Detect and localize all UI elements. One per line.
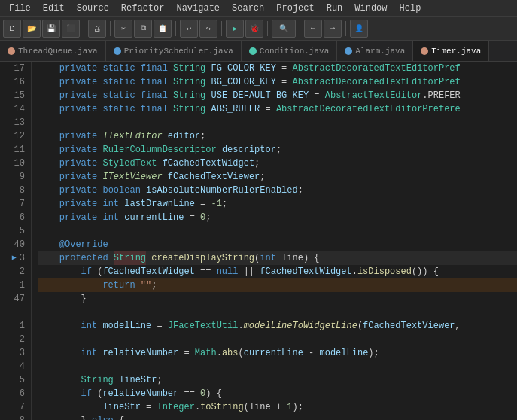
editor-area: 17 16 15 14 13 12 11 10 9 8 7 6 5 40 ▶ 3… [0, 62, 517, 420]
code-line-empty3 [38, 333, 517, 346]
line-num-8b: 8 [3, 414, 25, 420]
line-num-5: 5 [3, 224, 25, 238]
line-num-47: 47 [3, 292, 25, 306]
code-line-lineStr-decl: String lineStr; [38, 373, 517, 387]
toolbar-run-btn[interactable]: ▶ [226, 20, 244, 38]
code-line-empty2 [38, 306, 517, 319]
line-num-9: 9 [3, 170, 25, 184]
toolbar-undo-btn[interactable]: ↩ [180, 20, 198, 38]
menu-run[interactable]: Run [321, 2, 349, 15]
menu-source[interactable]: Source [71, 2, 115, 15]
toolbar-sep-7 [345, 21, 346, 36]
line-num-7: 7 [3, 197, 25, 211]
line-num-empty1 [3, 306, 25, 319]
line-num-15: 15 [3, 89, 25, 102]
line-num-6b: 6 [3, 387, 25, 400]
menu-edit[interactable]: Edit [37, 2, 71, 15]
menu-refactor[interactable]: Refactor [115, 2, 171, 15]
tab-icon-priority-scheduler [114, 47, 121, 55]
toolbar-sep-3 [175, 21, 176, 36]
code-line-else: } else { [38, 414, 517, 420]
line-number-gutter: 17 16 15 14 13 12 11 10 9 8 7 6 5 40 ▶ 3… [0, 62, 32, 420]
line-num-11: 11 [3, 143, 25, 157]
code-line-3: protected String createDisplayString(int… [38, 251, 517, 265]
code-line-8: private boolean isAbsoluteNumberRulerEna… [38, 184, 517, 197]
toolbar-sep-4 [221, 21, 222, 36]
code-line-9: private ITextViewer fCachedTextViewer; [38, 170, 517, 184]
tab-timer[interactable]: Timer.java [413, 41, 489, 61]
menu-navigate[interactable]: Navigate [170, 2, 226, 15]
code-line-17: private static final String FG_COLOR_KEY… [38, 62, 517, 75]
code-line-5 [38, 224, 517, 238]
code-line-7: private int lastDrawnLine = -1; [38, 197, 517, 211]
line-num-1a: 1 [3, 278, 25, 292]
tab-label-condition: Condition.java [260, 47, 329, 56]
code-line-11: private RulerColumnDescriptor descriptor… [38, 143, 517, 157]
line-num-12: 12 [3, 129, 25, 143]
tab-label-alarm: Alarm.java [355, 47, 405, 56]
line-num-4b: 4 [3, 360, 25, 373]
line-num-7b: 7 [3, 400, 25, 414]
menu-search[interactable]: Search [226, 2, 270, 15]
tab-label-thread-queue: ThreadQueue.java [18, 47, 98, 56]
toolbar-paste-btn[interactable]: 📋 [154, 20, 172, 38]
toolbar-saveall-btn[interactable]: ⬛ [62, 20, 80, 38]
code-line-15: private static final String USE_DEFAULT_… [38, 89, 517, 102]
menu-file[interactable]: File [3, 2, 37, 15]
code-line-6: private int currentLine = 0; [38, 211, 517, 224]
toolbar-sep-2 [110, 21, 111, 36]
toolbar-sep-6 [300, 21, 300, 36]
line-num-10: 10 [3, 157, 25, 170]
toolbar-search-btn[interactable]: 🔍 [272, 20, 296, 38]
code-line-if-rel: if (relativeNumber == 0) { [38, 387, 517, 400]
toolbar-nav2-btn[interactable]: → [324, 20, 342, 38]
tab-icon-thread-queue [8, 47, 15, 55]
breakpoint-arrow: ▶ [12, 251, 17, 265]
code-line-16: private static final String BG_COLOR_KEY… [38, 75, 517, 89]
code-line-13 [38, 116, 517, 129]
line-num-14: 14 [3, 102, 25, 116]
tab-condition[interactable]: Condition.java [242, 41, 337, 61]
code-area[interactable]: private static final String FG_COLOR_KEY… [32, 62, 517, 420]
line-num-1b: 1 [3, 319, 25, 333]
code-line-10: private StyledText fCachedTextWidget; [38, 157, 517, 170]
menu-window[interactable]: Window [348, 2, 393, 15]
code-line-empty4 [38, 360, 517, 373]
toolbar-sep-5 [267, 21, 268, 36]
line-num-40: 40 [3, 238, 25, 251]
tab-alarm[interactable]: Alarm.java [337, 41, 413, 61]
code-line-47: } [38, 292, 517, 306]
toolbar-redo-btn[interactable]: ↪ [199, 20, 217, 38]
toolbar-open-btn[interactable]: 📂 [23, 20, 41, 38]
line-num-6: 6 [3, 211, 25, 224]
tab-icon-alarm [345, 47, 352, 55]
toolbar-profile-btn[interactable]: 👤 [350, 20, 368, 38]
line-num-13: 13 [3, 116, 25, 129]
toolbar-debug-btn[interactable]: 🐞 [245, 20, 263, 38]
line-num-3a: ▶ 3 [3, 251, 25, 265]
line-num-8: 8 [3, 184, 25, 197]
toolbar-copy-btn[interactable]: ⧉ [134, 20, 152, 38]
tab-priority-scheduler[interactable]: PriorityScheduler.java [106, 41, 242, 61]
toolbar-save-btn[interactable]: 💾 [42, 20, 60, 38]
toolbar-print-btn[interactable]: 🖨 [88, 20, 106, 38]
toolbar-nav1-btn[interactable]: ← [304, 20, 322, 38]
code-line-40: @Override [38, 238, 517, 251]
tab-icon-condition [249, 47, 257, 55]
menu-project[interactable]: Project [270, 2, 320, 15]
toolbar-sep-1 [84, 21, 84, 36]
tab-label-timer: Timer.java [431, 47, 481, 56]
toolbar-cut-btn[interactable]: ✂ [114, 20, 132, 38]
menu-help[interactable]: Help [394, 2, 427, 15]
line-num-5b: 5 [3, 373, 25, 387]
line-num-2a: 2 [3, 265, 25, 278]
code-line-14: private static final String ABS_RULER = … [38, 102, 517, 116]
tab-thread-queue[interactable]: ThreadQueue.java [0, 41, 106, 61]
toolbar-new-btn[interactable]: 🗋 [3, 20, 21, 38]
line-num-2b: 2 [3, 333, 25, 346]
tab-bar: ThreadQueue.java PriorityScheduler.java … [0, 41, 517, 62]
toolbar: 🗋 📂 💾 ⬛ 🖨 ✂ ⧉ 📋 ↩ ↪ ▶ 🐞 🔍 ← → 👤 [0, 17, 517, 41]
menu-bar: File Edit Source Refactor Navigate Searc… [0, 0, 517, 17]
line-num-17: 17 [3, 62, 25, 75]
line-num-16: 16 [3, 75, 25, 89]
